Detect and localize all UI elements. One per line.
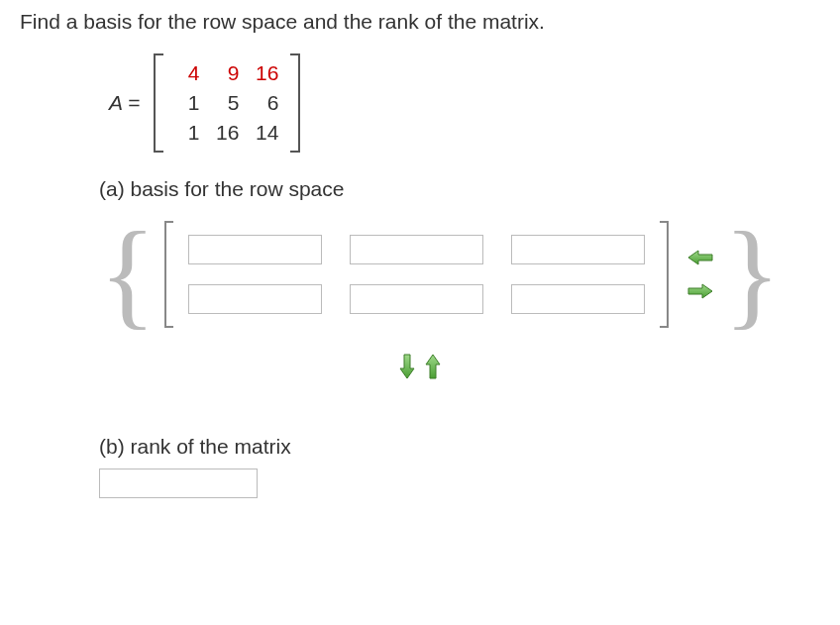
rank-input-wrapper <box>99 469 820 498</box>
curly-brace-left-icon: { <box>99 224 157 325</box>
bracket-right-icon <box>288 53 302 153</box>
matrix-cell: 14 <box>255 121 278 145</box>
basis-input-r1c0[interactable] <box>188 284 322 314</box>
matrix-cell: 16 <box>215 121 239 145</box>
part-b-label: (b) rank of the matrix <box>99 435 820 459</box>
bracket-left-icon <box>152 53 165 153</box>
basis-input-r0c0[interactable] <box>188 235 322 264</box>
curly-brace-right-icon: } <box>724 224 782 325</box>
basis-entry-area: { } <box>99 221 820 328</box>
basis-input-r1c2[interactable] <box>511 284 645 314</box>
basis-entry-matrix <box>162 221 671 328</box>
matrix-cell: 1 <box>175 91 199 115</box>
entry-grid <box>174 225 659 324</box>
matrix-label: A = <box>109 91 140 115</box>
matrix-content: 4 9 16 1 5 6 1 16 14 <box>165 55 288 151</box>
matrix-cell: 6 <box>255 91 278 115</box>
matrix-definition: A = 4 9 16 1 5 6 1 16 14 <box>109 53 820 153</box>
entry-bracket-left-icon <box>162 221 174 328</box>
entry-bracket-right-icon <box>659 221 671 328</box>
question-text: Find a basis for the row space and the r… <box>20 10 820 34</box>
arrow-right-icon[interactable] <box>686 281 714 301</box>
row-nav-arrows <box>20 353 820 380</box>
svg-marker-2 <box>400 355 414 378</box>
svg-marker-3 <box>426 355 440 378</box>
basis-input-r0c2[interactable] <box>511 235 645 264</box>
arrow-down-icon[interactable] <box>397 353 417 380</box>
svg-marker-0 <box>688 251 712 264</box>
matrix-bracket-group: 4 9 16 1 5 6 1 16 14 <box>152 53 302 153</box>
matrix-cell: 4 <box>175 61 199 85</box>
arrow-left-icon[interactable] <box>686 248 714 267</box>
basis-input-r0c1[interactable] <box>350 235 483 264</box>
svg-marker-1 <box>688 284 712 298</box>
rank-input[interactable] <box>99 469 258 498</box>
part-a-label: (a) basis for the row space <box>99 177 820 201</box>
matrix-cell: 9 <box>215 61 239 85</box>
basis-input-r1c1[interactable] <box>350 284 483 314</box>
matrix-cell: 16 <box>255 61 278 85</box>
matrix-cell: 1 <box>175 121 199 145</box>
column-nav-arrows <box>686 248 714 301</box>
matrix-cell: 5 <box>215 91 239 115</box>
arrow-up-icon[interactable] <box>423 353 443 380</box>
